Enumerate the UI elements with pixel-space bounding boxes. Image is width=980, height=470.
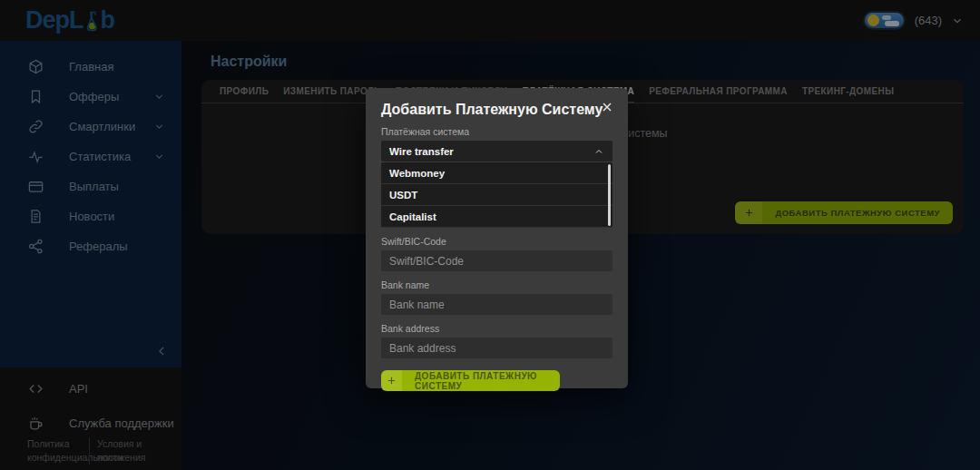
option-webmoney[interactable]: Webmoney	[381, 162, 612, 184]
payment-system-label: Платёжная система	[381, 126, 612, 137]
modal-title: Добавить Платежную Систему	[381, 102, 612, 118]
app-window: Dep L b (643) Глав	[0, 0, 980, 470]
chevron-up-icon	[593, 146, 604, 157]
close-icon	[600, 100, 614, 114]
bank-name-label: Bank name	[381, 279, 612, 290]
modal-submit-button[interactable]: ДОБАВИТЬ ПЛАТЕЖНУЮ СИСТЕМУ	[381, 370, 560, 391]
bank-name-input[interactable]	[381, 294, 612, 315]
modal-submit-button-label: ДОБАВИТЬ ПЛАТЕЖНУЮ СИСТЕМУ	[402, 370, 560, 391]
modal-close-button[interactable]	[600, 100, 614, 114]
swift-bic-input[interactable]	[381, 250, 612, 271]
option-capitalist[interactable]: Capitalist	[381, 206, 612, 228]
swift-bic-label: Swift/BIC-Code	[381, 236, 612, 247]
options-scrollbar[interactable]	[608, 164, 611, 226]
payment-system-select-value: Wire transfer	[389, 146, 454, 157]
payment-system-select[interactable]: Wire transfer	[381, 141, 612, 162]
bank-address-input[interactable]	[381, 338, 612, 358]
payment-system-options: Webmoney USDT Capitalist	[381, 162, 612, 228]
bank-address-label: Bank address	[381, 323, 612, 334]
plus-icon	[381, 370, 402, 391]
option-usdt[interactable]: USDT	[381, 184, 612, 206]
add-payment-system-modal: Добавить Платежную Систему Платёжная сис…	[366, 88, 628, 388]
